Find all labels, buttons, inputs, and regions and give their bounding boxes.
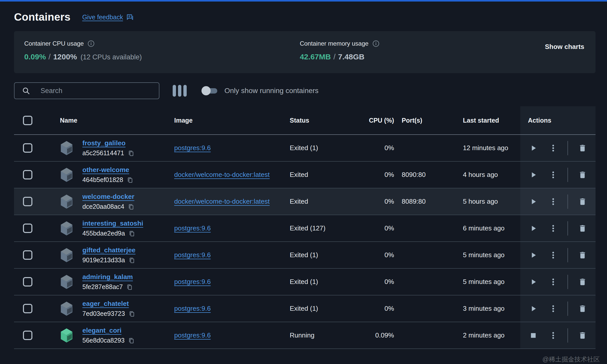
container-status: Exited (1) xyxy=(285,278,352,286)
show-charts-button[interactable]: Show charts xyxy=(545,43,584,51)
column-header-status[interactable]: Status xyxy=(285,117,352,124)
row-checkbox[interactable] xyxy=(23,143,32,153)
copy-id-button[interactable] xyxy=(126,283,133,291)
actions-divider xyxy=(567,328,568,343)
container-name-link[interactable]: elegant_cori xyxy=(82,327,135,334)
search-box[interactable] xyxy=(14,82,159,99)
row-checkbox[interactable] xyxy=(23,277,32,287)
container-image-link[interactable]: docker/welcome-to-docker:latest xyxy=(174,198,270,205)
stop-icon xyxy=(529,331,538,340)
container-row[interactable]: other-welcome 464b5ef01828 docker/welcom… xyxy=(14,162,596,188)
copy-id-button[interactable] xyxy=(127,176,134,184)
copy-id-button[interactable] xyxy=(129,310,136,317)
container-ports: 8089:80 xyxy=(399,198,458,205)
select-all-checkbox[interactable] xyxy=(23,116,32,125)
delete-button[interactable] xyxy=(577,301,588,316)
play-icon xyxy=(529,197,538,206)
row-checkbox[interactable] xyxy=(23,197,32,206)
row-checkbox[interactable] xyxy=(23,250,32,260)
container-row[interactable]: eager_chatelet 7ed03ee93723 postgres:9.6… xyxy=(14,295,596,322)
start-button[interactable] xyxy=(528,301,539,316)
kebab-menu-icon xyxy=(549,304,558,313)
page-title: Containers xyxy=(14,11,70,23)
container-image-link[interactable]: postgres:9.6 xyxy=(174,251,211,259)
container-row[interactable]: welcome-docker dce20aa08ac4 docker/welco… xyxy=(14,188,596,215)
delete-button[interactable] xyxy=(577,140,588,156)
row-checkbox[interactable] xyxy=(23,331,32,340)
stop-button[interactable] xyxy=(528,328,539,343)
container-name-link[interactable]: gifted_chatterjee xyxy=(82,246,136,254)
container-icon xyxy=(60,301,73,316)
copy-icon xyxy=(127,177,133,183)
memory-info-icon[interactable] xyxy=(372,40,380,47)
container-image-link[interactable]: postgres:9.6 xyxy=(174,224,211,232)
kebab-menu-icon xyxy=(549,171,558,179)
container-name-link[interactable]: frosty_galileo xyxy=(82,139,135,147)
row-menu-button[interactable] xyxy=(548,248,559,263)
container-icon xyxy=(60,248,73,263)
row-menu-button[interactable] xyxy=(548,221,559,236)
copy-id-button[interactable] xyxy=(129,257,136,264)
actions-divider xyxy=(567,168,568,182)
trash-icon xyxy=(578,171,587,179)
container-name-link[interactable]: welcome-docker xyxy=(82,193,135,201)
start-button[interactable] xyxy=(528,194,539,209)
container-cpu: 0.09% xyxy=(352,331,399,339)
row-menu-button[interactable] xyxy=(548,328,559,343)
column-header-last-started[interactable]: Last started xyxy=(458,117,520,124)
start-button[interactable] xyxy=(528,248,539,263)
row-menu-button[interactable] xyxy=(548,274,559,290)
delete-button[interactable] xyxy=(577,221,588,236)
give-feedback-link[interactable]: Give feedback xyxy=(82,13,134,21)
column-header-cpu[interactable]: CPU (%) xyxy=(352,117,399,124)
start-button[interactable] xyxy=(528,140,539,156)
row-menu-button[interactable] xyxy=(548,140,559,156)
row-menu-button[interactable] xyxy=(548,301,559,316)
container-image-link[interactable]: postgres:9.6 xyxy=(174,144,211,152)
start-button[interactable] xyxy=(528,274,539,290)
container-row[interactable]: frosty_galileo a5c256114471 postgres:9.6… xyxy=(14,135,596,162)
actions-divider xyxy=(567,248,568,262)
running-only-toggle[interactable] xyxy=(201,86,218,95)
toolbar: Only show running containers xyxy=(14,82,596,99)
container-row[interactable]: admiring_kalam 5fe287e88ac7 postgres:9.6… xyxy=(14,269,596,295)
container-image-link[interactable]: postgres:9.6 xyxy=(174,278,211,285)
row-checkbox[interactable] xyxy=(23,304,32,313)
copy-id-button[interactable] xyxy=(128,150,135,157)
column-header-image[interactable]: Image xyxy=(170,117,285,124)
container-name-link[interactable]: other-welcome xyxy=(82,166,134,174)
row-checkbox[interactable] xyxy=(23,170,32,179)
delete-button[interactable] xyxy=(577,328,588,343)
container-image-link[interactable]: docker/welcome-to-docker:latest xyxy=(174,171,270,178)
search-input[interactable] xyxy=(41,87,154,95)
start-button[interactable] xyxy=(528,221,539,236)
container-row[interactable]: gifted_chatterjee 9019e213d33a postgres:… xyxy=(14,242,596,269)
row-menu-button[interactable] xyxy=(548,167,559,183)
column-header-name[interactable]: Name xyxy=(55,117,170,124)
container-row[interactable]: elegant_cori 56e8d0ca8293 postgres:9.6 R… xyxy=(14,322,596,349)
container-row[interactable]: interesting_satoshi 455bdae2ed9a postgre… xyxy=(14,215,596,242)
cpu-usage-separator: / xyxy=(48,53,50,61)
container-last-started: 5 hours ago xyxy=(458,198,520,205)
container-name-link[interactable]: interesting_satoshi xyxy=(82,219,143,227)
delete-button[interactable] xyxy=(577,248,588,263)
container-name-link[interactable]: admiring_kalam xyxy=(82,273,133,281)
copy-id-button[interactable] xyxy=(129,230,136,237)
container-image-link[interactable]: postgres:9.6 xyxy=(174,305,211,312)
start-button[interactable] xyxy=(528,167,539,183)
container-name-link[interactable]: eager_chatelet xyxy=(82,300,136,308)
delete-button[interactable] xyxy=(577,194,588,209)
copy-id-button[interactable] xyxy=(128,203,135,210)
cpu-available-note: (12 CPUs available) xyxy=(81,53,142,61)
row-menu-button[interactable] xyxy=(548,194,559,209)
container-icon xyxy=(60,221,73,236)
copy-id-button[interactable] xyxy=(128,337,135,344)
containers-table: Name Image Status CPU (%) Port(s) Last s… xyxy=(14,106,596,349)
row-checkbox[interactable] xyxy=(23,224,32,233)
column-settings-button[interactable] xyxy=(173,85,187,97)
cpu-info-icon[interactable] xyxy=(87,40,95,47)
column-header-ports[interactable]: Port(s) xyxy=(399,117,458,124)
delete-button[interactable] xyxy=(577,167,588,183)
delete-button[interactable] xyxy=(577,274,588,290)
container-image-link[interactable]: postgres:9.6 xyxy=(174,331,211,339)
